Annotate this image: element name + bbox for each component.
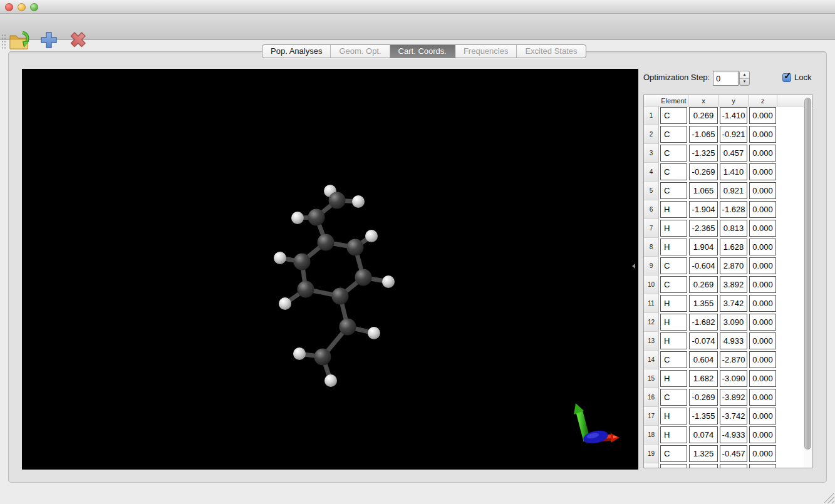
cell-x[interactable]: -2.365 (689, 220, 718, 237)
cell-element[interactable]: C (660, 351, 687, 368)
step-up-button[interactable]: ▲ (740, 71, 749, 79)
cell-element[interactable]: C (660, 389, 687, 406)
minimize-button[interactable] (18, 3, 26, 11)
cell-z[interactable]: 0.000 (749, 163, 776, 180)
cell-z[interactable]: 0.000 (749, 145, 776, 162)
cell-z[interactable]: 0.000 (749, 295, 776, 312)
cell-element[interactable]: C (660, 163, 687, 180)
cell-x[interactable]: -1.065 (689, 126, 718, 143)
cell-element[interactable]: C (660, 182, 687, 199)
splitter-collapse-arrow[interactable] (632, 264, 635, 269)
cell-z[interactable]: 0.000 (749, 276, 776, 293)
cell-y[interactable]: 3.742 (720, 295, 747, 312)
cell-z[interactable]: 0.000 (749, 182, 776, 199)
tab-cart-coords[interactable]: Cart. Coords. (390, 45, 455, 58)
open-file-button[interactable] (9, 31, 31, 51)
cell-y[interactable]: -1.628 (720, 201, 747, 218)
column-header-z[interactable]: z (749, 95, 777, 106)
cell-y[interactable]: 4.933 (720, 332, 747, 349)
resize-grip[interactable] (824, 493, 834, 503)
cell-element[interactable]: C (660, 145, 687, 162)
cell-y[interactable]: -2.870 (720, 351, 747, 368)
cell-element[interactable]: H (660, 426, 687, 443)
cell-x[interactable] (689, 464, 718, 468)
cell-x[interactable]: -1.682 (689, 314, 718, 331)
cell-x[interactable]: 0.269 (689, 276, 718, 293)
cell-z[interactable]: 0.000 (749, 314, 776, 331)
cell-z[interactable]: 0.000 (749, 351, 776, 368)
cell-x[interactable]: 1.904 (689, 239, 718, 255)
cell-z[interactable]: 0.000 (749, 239, 776, 255)
optimization-step-input[interactable] (713, 71, 739, 86)
cell-x[interactable]: 0.074 (689, 426, 718, 443)
cell-y[interactable]: -3.090 (720, 370, 747, 387)
cell-z[interactable]: 0.000 (749, 257, 776, 274)
zoom-button[interactable] (30, 3, 38, 11)
cell-x[interactable]: 1.325 (689, 445, 718, 462)
table-scrollbar[interactable] (804, 96, 812, 468)
tab-pop-analyses[interactable]: Pop. Analyses (262, 45, 331, 58)
cell-z[interactable]: 0.000 (749, 126, 776, 143)
cell-x[interactable]: -0.269 (689, 389, 718, 406)
cell-z[interactable]: 0.000 (749, 426, 776, 443)
cell-y[interactable]: 1.628 (720, 239, 747, 255)
column-header-x[interactable]: x (688, 95, 719, 106)
cell-z[interactable]: 0.000 (749, 408, 776, 424)
cell-y[interactable]: 2.870 (720, 257, 747, 274)
cell-element[interactable]: C (660, 445, 687, 462)
molecule-viewport[interactable] (22, 69, 638, 470)
add-button[interactable] (38, 31, 60, 49)
cell-x[interactable]: -0.074 (689, 332, 718, 349)
cell-x[interactable]: -1.904 (689, 201, 718, 218)
cell-element[interactable]: H (660, 332, 687, 349)
cell-y[interactable]: 3.090 (720, 314, 747, 331)
cell-x[interactable]: -1.325 (689, 145, 718, 162)
cell-x[interactable]: 1.355 (689, 295, 718, 312)
cell-z[interactable]: 0.000 (749, 201, 776, 218)
column-header-element[interactable]: Element (660, 95, 688, 106)
cell-element[interactable]: H (660, 295, 687, 312)
cell-z[interactable]: 0.000 (749, 389, 776, 406)
cell-element[interactable]: C (660, 257, 687, 274)
cell-y[interactable]: 0.921 (720, 182, 747, 199)
cell-z[interactable]: 0.000 (749, 107, 776, 124)
toolbar-drag-handle[interactable] (1, 34, 6, 50)
cell-y[interactable]: 0.457 (720, 145, 747, 162)
cell-y[interactable]: -0.457 (720, 445, 747, 462)
cell-x[interactable]: -0.269 (689, 163, 718, 180)
cell-element[interactable]: C (660, 126, 687, 143)
cell-y[interactable]: 1.410 (720, 163, 747, 180)
cell-element[interactable]: H (660, 239, 687, 255)
cell-z[interactable] (749, 464, 776, 468)
cell-x[interactable]: 1.065 (689, 182, 718, 199)
remove-button[interactable] (66, 31, 90, 49)
cell-element[interactable]: C (660, 107, 687, 124)
cell-element[interactable]: H (660, 408, 687, 424)
cell-y[interactable]: -0.921 (720, 126, 747, 143)
cell-x[interactable]: 1.682 (689, 370, 718, 387)
cell-y[interactable]: -3.892 (720, 389, 747, 406)
cell-y[interactable]: -3.742 (720, 408, 747, 424)
cell-y[interactable]: 0.813 (720, 220, 747, 237)
cell-element[interactable] (660, 464, 687, 468)
cell-x[interactable]: 0.269 (689, 107, 718, 124)
cell-y[interactable]: 3.892 (720, 276, 747, 293)
cell-x[interactable]: -1.355 (689, 408, 718, 424)
cell-x[interactable]: 0.604 (689, 351, 718, 368)
cell-element[interactable]: H (660, 314, 687, 331)
cell-y[interactable]: -1.410 (720, 107, 747, 124)
cell-y[interactable]: -4.933 (720, 426, 747, 443)
cell-element[interactable]: H (660, 201, 687, 218)
cell-element[interactable]: C (660, 276, 687, 293)
step-down-button[interactable]: ▼ (740, 79, 749, 86)
lock-checkbox[interactable]: ✓ (782, 73, 791, 82)
scrollbar-thumb[interactable] (804, 98, 811, 450)
cell-y[interactable] (720, 464, 747, 468)
cell-z[interactable]: 0.000 (749, 445, 776, 462)
cell-element[interactable]: H (660, 220, 687, 237)
cell-x[interactable]: -0.604 (689, 257, 718, 274)
cell-z[interactable]: 0.000 (749, 370, 776, 387)
close-button[interactable] (5, 3, 13, 11)
column-header-y[interactable]: y (719, 95, 749, 106)
cell-z[interactable]: 0.000 (749, 332, 776, 349)
